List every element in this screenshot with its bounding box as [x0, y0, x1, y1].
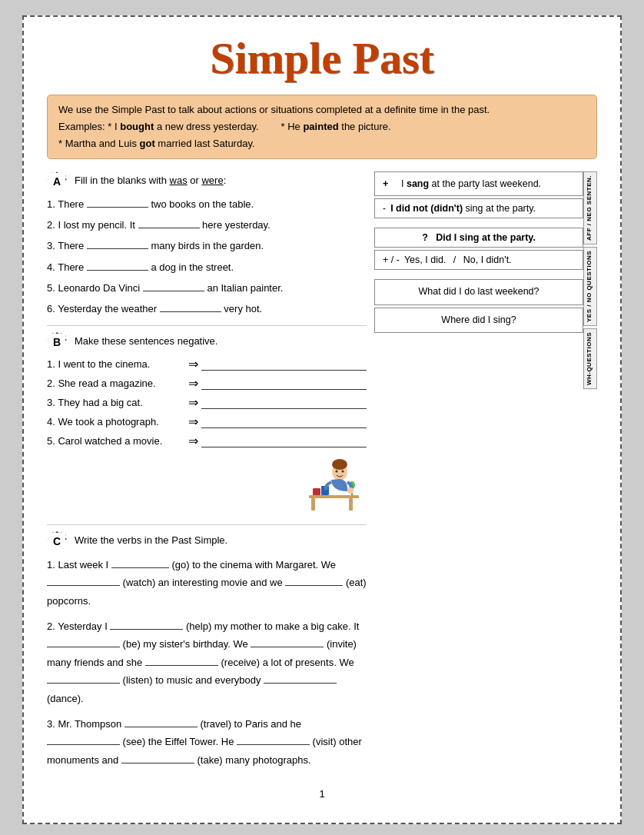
b-sentence-2: 2. She read a magazine.: [47, 378, 185, 389]
b-answer-1: [201, 357, 367, 371]
svg-point-9: [336, 470, 338, 472]
aff-neg-section: + I sang at the party last weekend. - I …: [374, 171, 583, 218]
arrow-3: ⇒: [188, 395, 198, 410]
answer-row: + / - Yes, I did. / No, I didn't.: [374, 250, 583, 270]
example3-bold: got: [140, 138, 155, 149]
aff-neg-tab: AFF / NEG SENTEN.: [583, 171, 597, 245]
section-b: B Make these sentences negative. 1. I we…: [47, 332, 367, 517]
ans-yes: Yes, I did.: [404, 254, 446, 265]
wh-text1: What did I do last weekend?: [418, 286, 539, 297]
item-a5: 5. Leonardo Da Vinci an Italian painter.: [47, 280, 367, 297]
b-item-5: 5. Carol watched a movie. ⇒: [47, 434, 367, 448]
pos-text: I sang at the party last weekend.: [401, 176, 541, 191]
page-number: 1: [47, 788, 597, 800]
svg-rect-1: [311, 498, 315, 511]
b-sentence-1: 1. I went to the cinema.: [47, 358, 185, 370]
b-item-3: 3. They had a big cat. ⇒: [47, 395, 367, 410]
b-item-2: 2. She read a magazine. ⇒: [47, 376, 367, 391]
c-item-2: 2. Yesterday I (help) my mother to make …: [47, 617, 367, 707]
example2-bold: painted: [303, 121, 338, 132]
svg-point-10: [342, 470, 344, 472]
left-column: A Fill in the blanks with was or were: 1…: [47, 171, 367, 773]
item-a1: 1. There two books on the table.: [47, 196, 367, 213]
q-sym: ?: [422, 232, 433, 243]
section-b-badge: B: [47, 332, 67, 352]
pos-sym: +: [383, 176, 395, 191]
right-column: + I sang at the party last weekend. - I …: [374, 171, 597, 773]
grammar-boxes: + I sang at the party last weekend. - I …: [374, 171, 583, 389]
page-title: Simple Past: [47, 32, 597, 84]
arrow-1: ⇒: [188, 357, 198, 371]
intro-example3: * Martha and Luis got married last Satur…: [58, 135, 586, 152]
yn-section: ? Did I sing at the party. + / - Yes, I …: [374, 228, 583, 270]
ans-slash: /: [450, 254, 458, 265]
section-b-items: 1. I went to the cinema. ⇒ 2. She read a…: [47, 357, 367, 448]
did-text: Did: [436, 232, 451, 243]
wh-tab: WH-QUESTIONS: [583, 328, 597, 389]
b-answer-5: [201, 434, 367, 447]
wh-text2: Where did I sing?: [441, 314, 516, 325]
item-a3: 3. There many birds in the garden.: [47, 238, 367, 254]
c-item-1: 1. Last week I (go) to the cinema with M…: [47, 556, 367, 610]
worksheet-page: Simple Past We use the Simple Past to ta…: [22, 15, 622, 824]
student-svg: [297, 453, 367, 514]
section-a-items: 1. There two books on the table. 2. I lo…: [47, 196, 367, 318]
arrow-2: ⇒: [188, 376, 198, 391]
c-item-3: 3. Mr. Thompson (travel) to Paris and he…: [47, 715, 367, 769]
section-c-instruction: Write the verbs in the Past Simple.: [75, 534, 227, 546]
main-area: A Fill in the blanks with was or were: 1…: [47, 171, 597, 773]
b-item-1: 1. I went to the cinema. ⇒: [47, 357, 367, 371]
svg-point-11: [347, 487, 354, 494]
arrow-5: ⇒: [188, 434, 198, 448]
arrow-4: ⇒: [188, 414, 198, 429]
example1-bold: bought: [120, 121, 154, 132]
wh-section: What did I do last weekend? Where did I …: [374, 279, 583, 333]
section-a-label: A Fill in the blanks with was or were:: [47, 171, 367, 191]
neg-sym: -: [383, 203, 386, 214]
b-answer-4: [201, 414, 367, 428]
section-a-instruction: Fill in the blanks with was or were:: [75, 175, 226, 186]
wh-box2: Where did I sing?: [374, 308, 583, 333]
wh-box1: What did I do last weekend?: [374, 279, 583, 304]
positive-row: + I sang at the party last weekend.: [374, 171, 583, 196]
svg-rect-2: [349, 498, 353, 511]
section-c-badge: C: [47, 531, 67, 551]
section-b-label: B Make these sentences negative.: [47, 332, 367, 352]
section-a-badge: A: [47, 171, 67, 191]
intro-text1: We use the Simple Past to talk about act…: [58, 101, 586, 118]
section-b-instruction: Make these sentences negative.: [75, 335, 217, 347]
grammar-tabs: AFF / NEG SENTEN. YES / NO QUESTIONS WH-…: [583, 171, 597, 389]
item-a2: 2. I lost my pencil. It here yesterday.: [47, 217, 367, 234]
item-a6: 6. Yesterday the weather very hot.: [47, 301, 367, 318]
section-c-items: 1. Last week I (go) to the cinema with M…: [47, 556, 367, 769]
b-answer-2: [201, 376, 367, 390]
svg-rect-3: [313, 488, 320, 495]
yn-tab: YES / NO QUESTIONS: [583, 247, 597, 326]
section-c-label: C Write the verbs in the Past Simple.: [47, 531, 367, 551]
b-answer-3: [201, 395, 367, 409]
section-a: A Fill in the blanks with was or were: 1…: [47, 171, 367, 318]
right-panel: + I sang at the party last weekend. - I …: [374, 171, 597, 389]
b-sentence-4: 4. We took a photograph.: [47, 416, 185, 427]
intro-examples: Examples: * I bought a new dress yesterd…: [58, 118, 586, 135]
ans-no: No, I didn't.: [463, 254, 512, 265]
intro-box: We use the Simple Past to talk about act…: [47, 95, 597, 159]
b-item-4: 4. We took a photograph. ⇒: [47, 414, 367, 429]
neg-text: I did not (didn't) sing at the party.: [390, 203, 536, 214]
b-sentence-5: 5. Carol watched a movie.: [47, 435, 185, 447]
section-c: C Write the verbs in the Past Simple. 1.…: [47, 531, 367, 769]
negative-row: - I did not (didn't) sing at the party.: [374, 198, 583, 218]
b-sentence-3: 3. They had a big cat.: [47, 397, 185, 408]
svg-rect-0: [309, 495, 359, 498]
student-illustration: [47, 453, 367, 517]
svg-point-8: [332, 459, 347, 470]
question-row: ? Did I sing at the party.: [374, 228, 583, 248]
ans-sym: + / -: [383, 254, 400, 265]
item-a4: 4. There a dog in the street.: [47, 259, 367, 276]
